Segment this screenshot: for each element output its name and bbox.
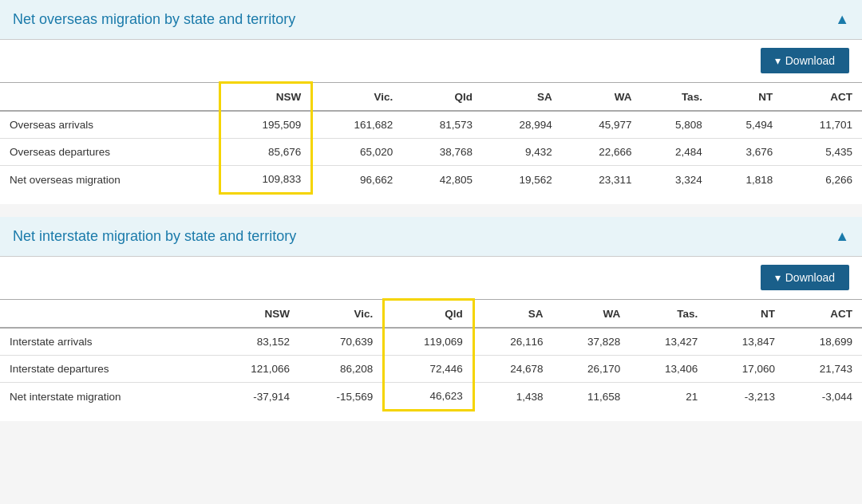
cell-value: 5,435 — [782, 139, 862, 166]
table-row: Interstate departures121,06686,20872,446… — [0, 356, 862, 383]
cell-value: 19,562 — [482, 166, 562, 194]
cell-value: 5,494 — [712, 111, 782, 139]
cell-value: 22,666 — [562, 139, 642, 166]
cell-value: 13,847 — [707, 328, 785, 356]
cell-value: 83,152 — [213, 328, 299, 356]
cell-value: 46,623 — [384, 383, 473, 411]
cell-value: 9,432 — [482, 139, 562, 166]
overseas-header-row: NSW Vic. Qld SA WA Tas. NT ACT — [0, 83, 862, 112]
cell-value: 65,020 — [312, 139, 403, 166]
cell-value: 21 — [630, 383, 707, 411]
overseas-collapse-icon[interactable]: ▲ — [835, 11, 849, 28]
col-header-nt-2: NT — [707, 300, 785, 329]
cell-value: -15,569 — [299, 383, 384, 411]
cell-value: 70,639 — [299, 328, 384, 356]
cell-value: 18,699 — [785, 328, 862, 356]
table-row: Net overseas migration109,83396,66242,80… — [0, 166, 862, 194]
overseas-migration-section: Net overseas migration by state and terr… — [0, 0, 862, 204]
cell-value: 17,060 — [707, 356, 785, 383]
cell-value: 42,805 — [402, 166, 482, 194]
col-header-vic-2: Vic. — [299, 300, 384, 329]
cell-value: 72,446 — [384, 356, 473, 383]
interstate-section-header: Net interstate migration by state and te… — [0, 217, 862, 257]
cell-value: 28,994 — [482, 111, 562, 139]
cell-value: 11,701 — [782, 111, 862, 139]
col-header-tas: Tas. — [642, 83, 712, 112]
cell-value: 2,484 — [642, 139, 712, 166]
col-header-qld: Qld — [402, 83, 482, 112]
cell-value: -3,044 — [785, 383, 862, 411]
overseas-table: NSW Vic. Qld SA WA Tas. NT ACT Overseas … — [0, 81, 862, 195]
col-header-nsw-2: NSW — [213, 300, 299, 329]
interstate-header-row: NSW Vic. Qld SA WA Tas. NT ACT — [0, 300, 862, 329]
cell-value: 5,808 — [642, 111, 712, 139]
download-chevron-icon-2: ▾ — [775, 271, 781, 284]
cell-value: 23,311 — [562, 166, 642, 194]
cell-value: 119,069 — [384, 328, 473, 356]
cell-value: 161,682 — [312, 111, 403, 139]
overseas-table-wrapper: NSW Vic. Qld SA WA Tas. NT ACT Overseas … — [0, 81, 862, 204]
cell-value: 1,818 — [712, 166, 782, 194]
cell-value: 121,066 — [213, 356, 299, 383]
col-header-wa: WA — [562, 83, 642, 112]
col-header-act: ACT — [782, 83, 862, 112]
col-header-nt: NT — [712, 83, 782, 112]
overseas-section-header: Net overseas migration by state and terr… — [0, 0, 862, 40]
interstate-download-button[interactable]: ▾ Download — [761, 265, 849, 290]
row-label: Interstate arrivals — [0, 328, 213, 356]
interstate-collapse-icon[interactable]: ▲ — [835, 228, 849, 245]
cell-value: 85,676 — [219, 139, 312, 166]
table-row: Overseas departures85,67665,02038,7689,4… — [0, 139, 862, 166]
cell-value: 3,324 — [642, 166, 712, 194]
col-header-sa-2: SA — [473, 300, 552, 329]
interstate-section-title: Net interstate migration by state and te… — [13, 228, 296, 245]
row-label: Net interstate migration — [0, 383, 213, 411]
interstate-table: NSW Vic. Qld SA WA Tas. NT ACT Interstat… — [0, 298, 862, 411]
cell-value: 13,406 — [630, 356, 707, 383]
cell-value: 96,662 — [312, 166, 403, 194]
cell-value: 3,676 — [712, 139, 782, 166]
row-label: Overseas departures — [0, 139, 219, 166]
cell-value: 6,266 — [782, 166, 862, 194]
interstate-download-bar: ▾ Download — [0, 257, 862, 298]
cell-value: 45,977 — [562, 111, 642, 139]
cell-value: 21,743 — [785, 356, 862, 383]
cell-value: 13,427 — [630, 328, 707, 356]
table-row: Overseas arrivals195,509161,68281,57328,… — [0, 111, 862, 139]
table-row: Interstate arrivals83,15270,639119,06926… — [0, 328, 862, 356]
row-label: Overseas arrivals — [0, 111, 219, 139]
cell-value: 38,768 — [402, 139, 482, 166]
download-chevron-icon: ▾ — [775, 54, 781, 67]
col-header-wa-2: WA — [552, 300, 630, 329]
row-label: Net overseas migration — [0, 166, 219, 194]
cell-value: 195,509 — [219, 111, 312, 139]
col-header-label-2 — [0, 300, 213, 329]
col-header-vic: Vic. — [312, 83, 403, 112]
interstate-migration-section: Net interstate migration by state and te… — [0, 217, 862, 421]
col-header-act-2: ACT — [785, 300, 862, 329]
cell-value: -37,914 — [213, 383, 299, 411]
overseas-download-bar: ▾ Download — [0, 40, 862, 81]
cell-value: 86,208 — [299, 356, 384, 383]
row-label: Interstate departures — [0, 356, 213, 383]
cell-value: 37,828 — [552, 328, 630, 356]
overseas-download-button[interactable]: ▾ Download — [761, 48, 849, 73]
overseas-section-title: Net overseas migration by state and terr… — [13, 11, 295, 28]
cell-value: 26,170 — [552, 356, 630, 383]
cell-value: 24,678 — [473, 356, 552, 383]
col-header-nsw: NSW — [219, 83, 312, 112]
table-row: Net interstate migration-37,914-15,56946… — [0, 383, 862, 411]
col-header-sa: SA — [482, 83, 562, 112]
cell-value: 11,658 — [552, 383, 630, 411]
col-header-qld-2: Qld — [384, 300, 473, 329]
cell-value: 1,438 — [473, 383, 552, 411]
col-header-tas-2: Tas. — [630, 300, 707, 329]
cell-value: 81,573 — [402, 111, 482, 139]
interstate-table-wrapper: NSW Vic. Qld SA WA Tas. NT ACT Interstat… — [0, 298, 862, 421]
cell-value: 26,116 — [473, 328, 552, 356]
cell-value: -3,213 — [707, 383, 785, 411]
col-header-label — [0, 83, 219, 112]
cell-value: 109,833 — [219, 166, 312, 194]
